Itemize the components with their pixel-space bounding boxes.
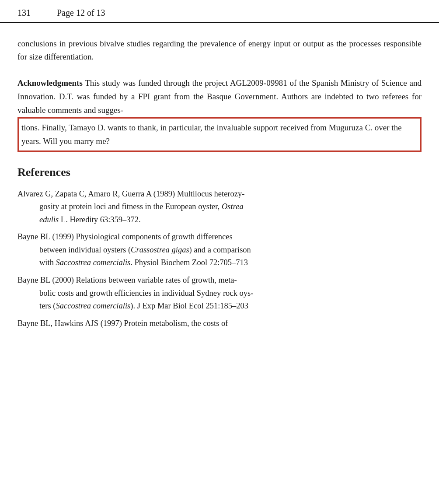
ref1-italic2: edulis (39, 215, 59, 224)
acknowledgments-section: Acknowledgments This study was funded th… (17, 76, 422, 152)
ref3-italic1: Saccostrea comercialis (56, 301, 131, 310)
page-info: Page 12 of 13 (57, 8, 105, 18)
references-heading: References (17, 166, 422, 179)
ref1-italic1: Ostrea (222, 202, 244, 211)
acknowledgments-body: Acknowledgments This study was funded th… (17, 76, 422, 117)
highlighted-proposal-box: tions. Finally, Tamayo D. wants to thank… (17, 117, 422, 152)
ref1-firstline: Alvarez G, Zapata C, Amaro R, Guerra A (… (17, 189, 244, 198)
reference-item: Bayne BL (1999) Physiological components… (17, 231, 422, 270)
reference-item: Alvarez G, Zapata C, Amaro R, Guerra A (… (17, 188, 422, 227)
ref4-firstline: Bayne BL, Hawkins AJS (1997) Protein met… (17, 319, 228, 328)
ref3-firstline: Bayne BL (2000) Relations between variab… (17, 276, 237, 284)
page-header: 131 Page 12 of 13 (0, 0, 439, 23)
ref1-continuation: gosity at protein loci and fitness in th… (17, 200, 422, 226)
ref2-italic1: Crassostrea gigas (131, 245, 189, 254)
page-number: 131 (17, 8, 31, 18)
reference-item: Bayne BL (2000) Relations between variab… (17, 274, 422, 313)
ref3-continuation: bolic costs and growth efficiencies in i… (17, 287, 422, 313)
acknowledgments-label: Acknowledgments (17, 78, 83, 88)
ref2-firstline: Bayne BL (1999) Physiological components… (17, 232, 233, 241)
intro-paragraph: conclusions in previous bivalve studies … (17, 37, 422, 64)
acknowledgments-highlighted-text: tions. Finally, Tamayo D. wants to thank… (21, 123, 402, 146)
ref2-italic2: Saccostrea comercialis (56, 258, 131, 267)
page-container: 131 Page 12 of 13 conclusions in previou… (0, 0, 439, 504)
ref2-continuation: between individual oysters (Crassostrea … (17, 244, 422, 270)
reference-item: Bayne BL, Hawkins AJS (1997) Protein met… (17, 317, 422, 330)
content-area: conclusions in previous bivalve studies … (0, 23, 439, 352)
